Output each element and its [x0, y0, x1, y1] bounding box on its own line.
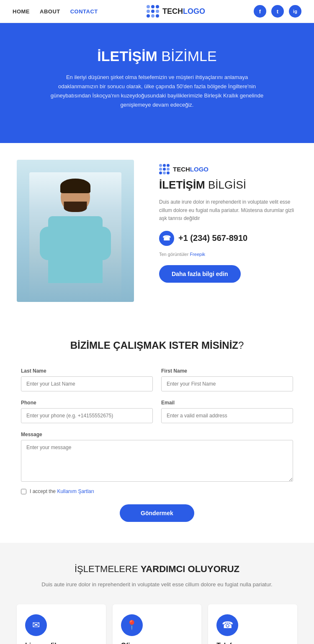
- services-section: İŞLETMELERE YARDIMCI OLUYORUZ Duis aute …: [0, 543, 314, 644]
- form-submit-row: Göndermek: [21, 504, 293, 522]
- info-logo-dots-icon: [159, 164, 170, 174]
- idot8: [163, 171, 166, 174]
- idot3: [167, 164, 170, 167]
- terms-row: I accept the Kullanım Şartları: [21, 488, 293, 494]
- info-section: TECHLOGO İLETİŞİM BİLGİSİ Duis aute irur…: [0, 143, 314, 319]
- nav-contact[interactable]: CONTACT: [70, 8, 98, 15]
- form-row-contact: Phone Email: [21, 400, 293, 423]
- email-icon: ✉: [25, 614, 47, 636]
- card-title-phone: Telefon: [216, 642, 289, 644]
- social-icons: f t ig: [254, 5, 301, 18]
- message-group: Message: [21, 432, 293, 482]
- idot1: [159, 164, 162, 167]
- hero-description: En ileriyi düşünen şirket olma felsefemi…: [48, 73, 266, 110]
- service-card-phone: ☎ Telefon Pzt-Cum, 08:00 - 05:00 +1(555)…: [208, 604, 297, 644]
- info-credit: Ten görüntüler Freepik: [159, 252, 297, 257]
- services-cards: ✉ bize grafik Güler yüzlü ekibimiz yardı…: [17, 604, 297, 644]
- info-title: İLETİŞİM BİLGİSİ: [159, 179, 297, 192]
- terms-link[interactable]: Kullanım Şartları: [57, 488, 94, 494]
- dot5: [151, 10, 154, 13]
- terms-text: I accept the Kullanım Şartları: [30, 488, 94, 494]
- nav-links: HOME ABOUT CONTACT: [13, 8, 98, 15]
- dot3: [156, 5, 159, 8]
- dot2: [151, 5, 154, 8]
- location-icon: 📍: [121, 614, 143, 636]
- message-label: Message: [21, 432, 293, 437]
- info-logo: TECHLOGO: [159, 164, 297, 174]
- service-card-email: ✉ bize grafik Güler yüzlü ekibimiz yardı…: [17, 604, 106, 644]
- last-name-input[interactable]: [21, 376, 153, 391]
- first-name-label: First Name: [161, 368, 293, 374]
- email-group: Email: [161, 400, 293, 423]
- person-arms: [40, 227, 111, 260]
- facebook-icon[interactable]: f: [254, 5, 266, 18]
- info-description: Duis aute irure dolor in reprehenderit i…: [159, 198, 297, 222]
- info-image: [17, 160, 142, 302]
- nav-home[interactable]: HOME: [13, 8, 30, 15]
- dot6: [156, 10, 159, 13]
- form-section: BİZİMLE ÇALIŞMAK ISTER MİSİNİZ? Last Nam…: [0, 319, 314, 543]
- dot8: [151, 14, 154, 18]
- last-name-group: Last Name: [21, 368, 153, 391]
- nav-logo: TECHLOGO: [147, 5, 205, 18]
- idot4: [159, 168, 162, 171]
- submit-button[interactable]: Göndermek: [120, 504, 194, 522]
- twitter-icon[interactable]: t: [271, 5, 284, 18]
- info-phone: ☎ +1 (234) 567-8910: [159, 231, 297, 246]
- email-label: Email: [161, 400, 293, 406]
- terms-checkbox[interactable]: [21, 489, 26, 494]
- person-hair: [60, 179, 90, 193]
- form-title: BİZİMLE ÇALIŞMAK ISTER MİSİNİZ?: [21, 340, 293, 351]
- nav-logo-text: TECHLOGO: [162, 7, 205, 16]
- card-title-office: Ofis: [121, 642, 193, 644]
- first-name-group: First Name: [161, 368, 293, 391]
- dot4: [147, 10, 150, 13]
- person-image: [17, 160, 134, 302]
- info-logo-text: TECHLOGO: [173, 166, 208, 173]
- person-head: [61, 181, 90, 212]
- idot6: [167, 168, 170, 171]
- instagram-icon[interactable]: ig: [289, 5, 301, 18]
- dot9: [156, 14, 159, 18]
- contact-form: Last Name First Name Phone Email Message: [21, 368, 293, 522]
- hero-title: İLETİŞİM BİZİMLE: [13, 48, 301, 64]
- person-beard: [64, 202, 87, 212]
- nav-about[interactable]: ABOUT: [40, 8, 60, 15]
- services-title: İŞLETMELERE YARDIMCI OLUYORUZ: [17, 564, 297, 575]
- phone-input[interactable]: [21, 408, 153, 423]
- services-description: Duis aute irure dolor in reprehenderit i…: [17, 580, 297, 589]
- info-credit-link[interactable]: Freepik: [190, 252, 205, 257]
- info-content: TECHLOGO İLETİŞİM BİLGİSİ Duis aute irur…: [159, 160, 297, 283]
- phone-card-icon: ☎: [216, 614, 238, 636]
- dot1: [147, 5, 150, 8]
- phone-icon: ☎: [159, 231, 174, 246]
- message-input[interactable]: [21, 440, 293, 482]
- person-silhouette: [29, 172, 121, 302]
- idot9: [167, 171, 170, 174]
- first-name-input[interactable]: [161, 376, 293, 391]
- card-title-email: bize grafik: [25, 642, 98, 644]
- email-input[interactable]: [161, 408, 293, 423]
- form-row-name: Last Name First Name: [21, 368, 293, 391]
- idot2: [163, 164, 166, 167]
- hero-section: İLETİŞİM BİZİMLE En ileriyi düşünen şirk…: [0, 23, 314, 143]
- info-more-button[interactable]: Daha fazla bilgi edin: [159, 265, 241, 283]
- service-card-office: 📍 Ofis Ofis merkezimize gelip merhaba de…: [113, 604, 202, 644]
- navbar: HOME ABOUT CONTACT TECHLOGO f t ig: [0, 0, 314, 23]
- idot5: [163, 168, 166, 171]
- phone-group: Phone: [21, 400, 153, 423]
- logo-dots-icon: [147, 5, 159, 18]
- phone-label: Phone: [21, 400, 153, 406]
- idot7: [159, 171, 162, 174]
- dot7: [147, 14, 150, 18]
- last-name-label: Last Name: [21, 368, 153, 374]
